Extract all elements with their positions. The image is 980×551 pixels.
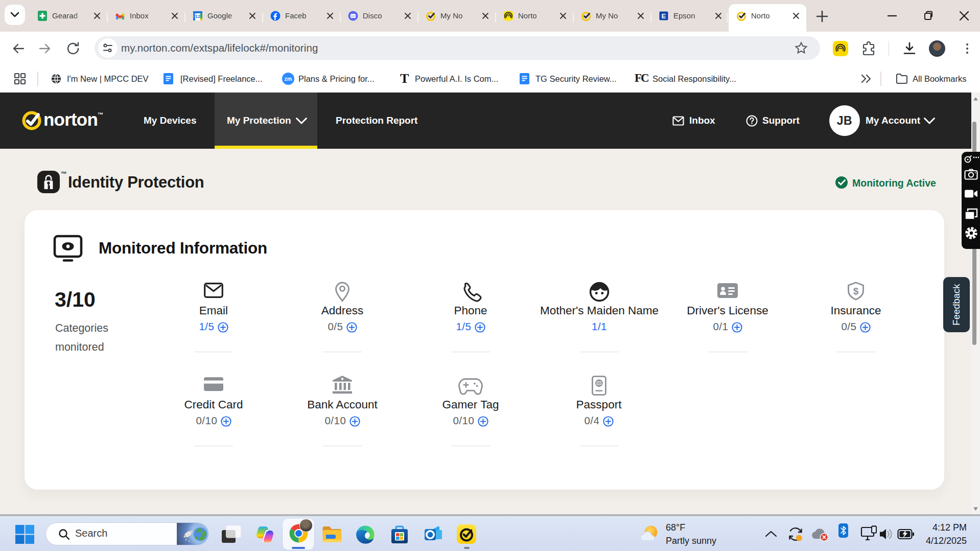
- svg-text:12: 12: [195, 13, 201, 19]
- svg-text:$: $: [853, 286, 859, 296]
- svg-text:E: E: [661, 12, 666, 20]
